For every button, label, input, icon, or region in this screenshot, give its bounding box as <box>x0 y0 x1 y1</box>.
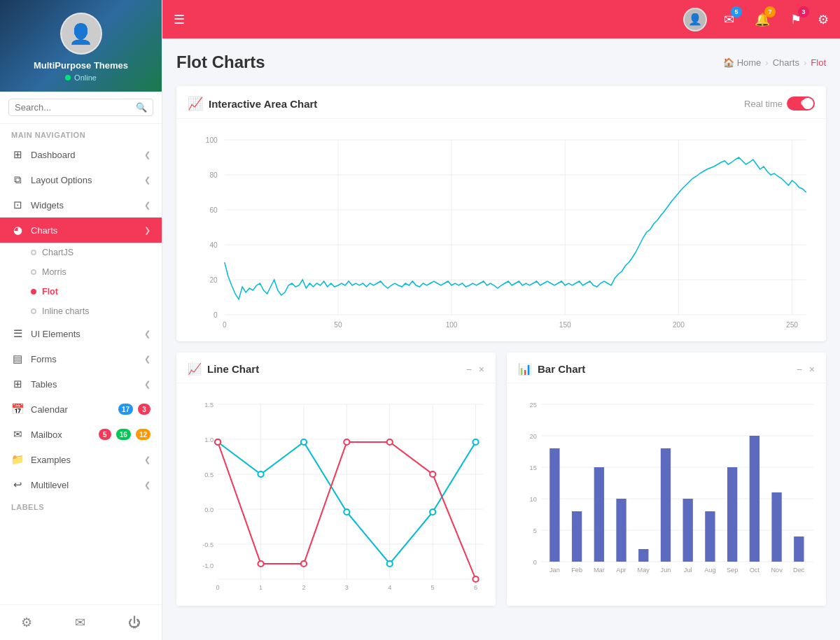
mail-icon-wrap[interactable]: ✉ 5 <box>717 8 741 31</box>
sidebar-item-examples[interactable]: 📁 Examples ❮ <box>0 447 162 472</box>
status-text: Online <box>74 73 97 82</box>
sidebar-item-layout[interactable]: ⧉ Layout Options ❮ <box>0 167 162 192</box>
charts-label: Charts <box>31 225 57 236</box>
flot-label: Flot <box>42 287 58 297</box>
line-chart-controls: − × <box>466 364 484 375</box>
forms-label: Forms <box>31 354 57 364</box>
sidebar-item-forms[interactable]: ▤ Forms ❮ <box>0 346 162 371</box>
svg-text:6: 6 <box>474 584 477 591</box>
dashboard-label: Dashboard <box>31 150 76 160</box>
sidebar-item-dashboard[interactable]: ⊞ Dashboard ❮ <box>0 142 162 167</box>
line-chart-title: Line Chart <box>207 363 259 375</box>
bar-chart-minimize[interactable]: − <box>797 364 802 375</box>
widgets-icon: ⊡ <box>11 199 24 211</box>
search-input[interactable] <box>15 102 136 113</box>
line-chart-icon: 📈 <box>188 362 202 376</box>
bar-chart-close[interactable]: × <box>809 364 815 375</box>
svg-text:60: 60 <box>209 206 218 214</box>
sidebar-item-ui[interactable]: ☰ UI Elements ❮ <box>0 321 162 346</box>
line-chart-minimize[interactable]: − <box>466 364 472 375</box>
layout-icon: ⧉ <box>11 173 24 186</box>
sidebar-item-tables[interactable]: ⊞ Tables ❮ <box>0 371 162 397</box>
svg-point-49 <box>258 471 263 477</box>
user-avatar[interactable]: 👤 <box>683 8 707 31</box>
svg-text:0: 0 <box>223 321 227 329</box>
bar-jan <box>550 448 559 562</box>
avatar: 👤 <box>60 13 102 55</box>
svg-text:100: 100 <box>206 136 218 144</box>
svg-point-59 <box>387 439 393 445</box>
line-chart-body: 1.5 1.0 0.5 0.0 -0.5 -1.0 0 1 2 3 4 5 6 <box>176 383 496 606</box>
sidebar-footer: ⚙ ✉ ⏻ <box>0 604 162 640</box>
sidebar-item-charts[interactable]: ◕ Charts ❯ <box>0 218 162 243</box>
svg-text:50: 50 <box>334 321 342 329</box>
breadcrumb-home[interactable]: 🏠 Home <box>723 57 762 68</box>
labels-title: LABELS <box>11 503 150 511</box>
svg-text:Feb: Feb <box>571 567 582 574</box>
svg-point-51 <box>344 509 349 515</box>
area-chart-header: 📈 Interactive Area Chart Real time Off <box>176 86 826 119</box>
svg-text:May: May <box>638 567 650 574</box>
svg-text:80: 80 <box>209 171 218 179</box>
svg-point-61 <box>472 576 478 582</box>
gear-topbar-icon[interactable]: ⚙ <box>818 12 829 27</box>
sidebar-sub-morris[interactable]: Morris <box>0 262 162 282</box>
bar-sep <box>727 467 737 562</box>
svg-text:100: 100 <box>446 321 458 329</box>
morris-label: Morris <box>42 267 66 277</box>
svg-text:Nov: Nov <box>771 567 783 574</box>
svg-text:1.5: 1.5 <box>204 401 214 408</box>
bar-chart-body: 25 20 15 10 5 0 <box>507 383 826 606</box>
svg-point-58 <box>344 439 349 445</box>
sidebar-item-widgets[interactable]: ⊡ Widgets ❮ <box>0 192 162 218</box>
area-chart-card: 📈 Interactive Area Chart Real time Off <box>176 86 826 341</box>
chevron-icon: ❮ <box>144 380 150 389</box>
chevron-icon: ❮ <box>144 355 150 364</box>
page-title: Flot Charts <box>176 52 265 72</box>
svg-text:250: 250 <box>786 321 798 329</box>
mailbox-badge-1: 5 <box>99 429 111 440</box>
svg-text:3: 3 <box>345 584 349 591</box>
flag-icon-wrap[interactable]: ⚑ 3 <box>784 8 808 31</box>
svg-text:40: 40 <box>209 241 218 249</box>
chevron-icon: ❮ <box>144 176 150 185</box>
sidebar-sub-chartjs[interactable]: ChartJS <box>0 243 162 262</box>
svg-text:150: 150 <box>559 321 571 329</box>
topbar: ☰ 👤 ✉ 5 🔔 7 ⚑ 3 ⚙ <box>162 0 840 38</box>
settings-icon[interactable]: ⚙ <box>21 615 32 630</box>
svg-text:0: 0 <box>533 559 537 566</box>
svg-text:0: 0 <box>216 584 220 591</box>
toggle-label: Off <box>801 99 812 107</box>
bell-icon-wrap[interactable]: 🔔 7 <box>750 8 774 31</box>
svg-text:5: 5 <box>533 527 537 534</box>
svg-point-57 <box>301 561 307 567</box>
svg-point-53 <box>430 509 435 515</box>
mail-footer-icon[interactable]: ✉ <box>75 615 85 630</box>
svg-text:-0.5: -0.5 <box>202 541 214 548</box>
sidebar-sub-flot[interactable]: Flot <box>0 282 162 301</box>
power-icon[interactable]: ⏻ <box>128 616 141 630</box>
svg-text:4: 4 <box>388 584 391 591</box>
content-area: Flot Charts 🏠 Home › Charts › Flot 📈 Int… <box>162 38 840 640</box>
breadcrumb: 🏠 Home › Charts › Flot <box>723 57 826 68</box>
sidebar-item-calendar[interactable]: 📅 Calendar 17 3 <box>0 397 162 422</box>
bar-mar <box>594 467 604 562</box>
svg-text:Sep: Sep <box>727 567 738 574</box>
line-chart-close[interactable]: × <box>479 364 484 375</box>
sidebar-item-mailbox[interactable]: ✉ Mailbox 5 16 12 <box>0 422 162 447</box>
sub-dot <box>31 308 36 314</box>
bar-chart-card: 📊 Bar Chart − × <box>507 353 826 606</box>
labels-section: LABELS <box>0 497 162 517</box>
sidebar-item-multilevel[interactable]: ↩ Multilevel ❮ <box>0 472 162 497</box>
svg-text:-1.0: -1.0 <box>202 562 214 569</box>
svg-text:15: 15 <box>530 464 537 471</box>
realtime-toggle[interactable]: Off <box>787 97 815 111</box>
widgets-label: Widgets <box>31 200 64 211</box>
examples-label: Examples <box>31 455 71 465</box>
bar-chart-controls: − × <box>797 364 815 375</box>
sidebar-sub-inline[interactable]: Inline charts <box>0 301 162 321</box>
bell-badge: 7 <box>764 6 776 17</box>
bar-chart-title: Bar Chart <box>538 363 585 375</box>
hamburger-icon[interactable]: ☰ <box>174 12 185 27</box>
svg-text:Dec: Dec <box>793 567 805 574</box>
